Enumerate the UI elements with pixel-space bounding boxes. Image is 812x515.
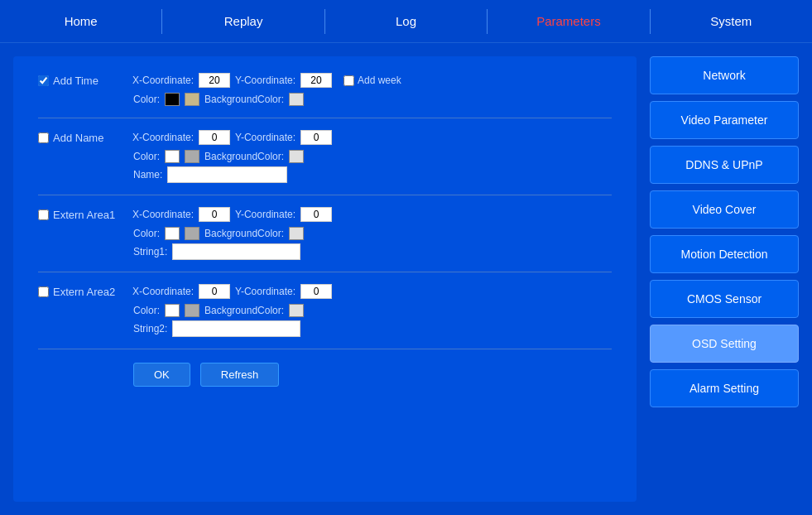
color-swatch-white-area2[interactable]: [165, 304, 180, 317]
extern-area2-checkbox[interactable]: [38, 286, 49, 297]
bg-color-swatch-time[interactable]: [289, 93, 304, 106]
color-swatch-gray-area1[interactable]: [185, 227, 199, 240]
extern-area2-row: Extern Area2 X-Coordinate: Y-Coordinate:: [38, 284, 612, 299]
name-input[interactable]: [167, 166, 287, 183]
extern-area1-label: Extern Area1: [53, 209, 115, 221]
x-coord-label-area1: X-Coordinate:: [132, 209, 194, 220]
nav-system[interactable]: System: [651, 1, 812, 41]
add-time-color-row: Color: BackgroundColor:: [133, 93, 612, 106]
color-swatch-gray-name[interactable]: [185, 150, 199, 163]
add-name-row: Add Name X-Coordinate: Y-Coordinate:: [38, 130, 612, 145]
color-label-name: Color:: [133, 151, 160, 162]
sidebar-btn-video-parameter[interactable]: Video Parameter: [650, 101, 799, 139]
sidebar-btn-osd-setting[interactable]: OSD Setting: [650, 325, 799, 363]
y-coord-label-name: Y-Coordinate:: [235, 132, 295, 143]
y-coord-label-time: Y-Coordinate:: [235, 75, 295, 86]
string1-field-label: String1:: [133, 246, 167, 258]
extern-area1-string-row: String1:: [133, 243, 612, 260]
extern-area2-label: Extern Area2: [53, 286, 115, 298]
add-name-color-row: Color: BackgroundColor:: [133, 150, 612, 163]
add-week-checkbox-label[interactable]: Add week: [344, 75, 401, 86]
main-content: Add Time X-Coordinate: Y-Coordinate: Add…: [0, 43, 812, 515]
color-label-area2: Color:: [133, 305, 160, 316]
add-name-checkbox-label[interactable]: Add Name: [38, 132, 129, 144]
section-extern-area2: Extern Area2 X-Coordinate: Y-Coordinate:…: [38, 284, 612, 349]
name-field-label: Name:: [133, 169, 162, 180]
string1-input[interactable]: [172, 243, 300, 260]
bg-color-label-time: BackgroundColor:: [204, 94, 284, 105]
x-coord-input-area2[interactable]: [199, 284, 230, 299]
bg-color-swatch-area2[interactable]: [289, 304, 304, 317]
sidebar-btn-ddns-upnp[interactable]: DDNS & UPnP: [650, 146, 799, 184]
y-coord-input-time[interactable]: [300, 73, 332, 88]
action-buttons: OK Refresh: [133, 363, 612, 387]
add-name-label: Add Name: [53, 132, 103, 144]
string2-input[interactable]: [172, 320, 300, 337]
color-swatch-gray-area2[interactable]: [185, 304, 199, 317]
y-coord-input-name[interactable]: [300, 130, 332, 145]
color-label-area1: Color:: [133, 228, 160, 239]
section-add-name: Add Name X-Coordinate: Y-Coordinate: Col…: [38, 130, 612, 195]
add-time-coords: X-Coordinate: Y-Coordinate: Add week: [132, 73, 401, 88]
refresh-button[interactable]: Refresh: [200, 363, 280, 387]
y-coord-input-area2[interactable]: [300, 284, 332, 299]
color-swatch-white-name[interactable]: [165, 150, 180, 163]
color-label-time: Color:: [133, 94, 160, 105]
x-coord-label-name: X-Coordinate:: [132, 132, 194, 143]
add-week-checkbox[interactable]: [344, 75, 354, 86]
extern-area2-string-row: String2:: [133, 320, 612, 337]
extern-area1-checkbox-label[interactable]: Extern Area1: [38, 209, 129, 221]
add-time-checkbox-label[interactable]: Add Time: [38, 75, 129, 87]
x-coord-input-time[interactable]: [199, 73, 230, 88]
add-time-label: Add Time: [53, 75, 98, 87]
x-coord-label-time: X-Coordinate:: [132, 75, 194, 86]
bg-color-swatch-name[interactable]: [289, 150, 304, 163]
ok-button[interactable]: OK: [133, 363, 190, 387]
add-name-checkbox[interactable]: [38, 132, 49, 143]
x-coord-input-name[interactable]: [199, 130, 230, 145]
nav-home[interactable]: Home: [0, 1, 161, 41]
extern-area2-checkbox-label[interactable]: Extern Area2: [38, 286, 129, 298]
add-name-name-row: Name:: [133, 166, 612, 183]
color-swatch-white-area1[interactable]: [165, 227, 180, 240]
sidebar-btn-motion-detection[interactable]: Motion Detection: [650, 235, 799, 273]
x-coord-input-area1[interactable]: [199, 207, 230, 222]
extern-area2-coords: X-Coordinate: Y-Coordinate:: [132, 284, 332, 299]
add-name-coords: X-Coordinate: Y-Coordinate:: [132, 130, 332, 145]
sidebar-btn-network[interactable]: Network: [650, 56, 799, 94]
extern-area1-coords: X-Coordinate: Y-Coordinate:: [132, 207, 332, 222]
extern-area2-color-row: Color: BackgroundColor:: [133, 304, 612, 317]
bg-color-swatch-area1[interactable]: [289, 227, 304, 240]
sidebar-btn-cmos-sensor[interactable]: CMOS Sensor: [650, 280, 799, 318]
add-time-checkbox[interactable]: [38, 75, 49, 86]
x-coord-label-area2: X-Coordinate:: [132, 286, 194, 297]
extern-area1-color-row: Color: BackgroundColor:: [133, 227, 612, 240]
y-coord-input-area1[interactable]: [300, 207, 332, 222]
extern-area1-checkbox[interactable]: [38, 209, 49, 220]
nav-parameters[interactable]: Parameters: [488, 1, 649, 41]
add-week-label-text: Add week: [358, 75, 401, 86]
section-add-time: Add Time X-Coordinate: Y-Coordinate: Add…: [38, 73, 612, 118]
y-coord-label-area1: Y-Coordinate:: [235, 209, 295, 220]
left-panel: Add Time X-Coordinate: Y-Coordinate: Add…: [13, 56, 637, 502]
string2-field-label: String2:: [133, 323, 167, 335]
sidebar-btn-alarm-setting[interactable]: Alarm Setting: [650, 369, 799, 407]
add-time-row: Add Time X-Coordinate: Y-Coordinate: Add…: [38, 73, 612, 88]
extern-area1-row: Extern Area1 X-Coordinate: Y-Coordinate:: [38, 207, 612, 222]
sidebar-btn-video-cover[interactable]: Video Cover: [650, 190, 799, 229]
top-navigation: Home Replay Log Parameters System: [0, 0, 812, 43]
right-sidebar: Network Video Parameter DDNS & UPnP Vide…: [650, 56, 799, 502]
y-coord-label-area2: Y-Coordinate:: [235, 286, 295, 297]
nav-log[interactable]: Log: [325, 1, 487, 41]
bg-color-label-area2: BackgroundColor:: [204, 305, 284, 316]
section-extern-area1: Extern Area1 X-Coordinate: Y-Coordinate:…: [38, 207, 612, 272]
bg-color-label-name: BackgroundColor:: [204, 151, 284, 162]
nav-replay[interactable]: Replay: [162, 1, 324, 41]
color-swatch-black-time[interactable]: [165, 93, 180, 106]
bg-color-label-area1: BackgroundColor:: [204, 228, 284, 239]
color-swatch-light-time[interactable]: [185, 93, 199, 106]
